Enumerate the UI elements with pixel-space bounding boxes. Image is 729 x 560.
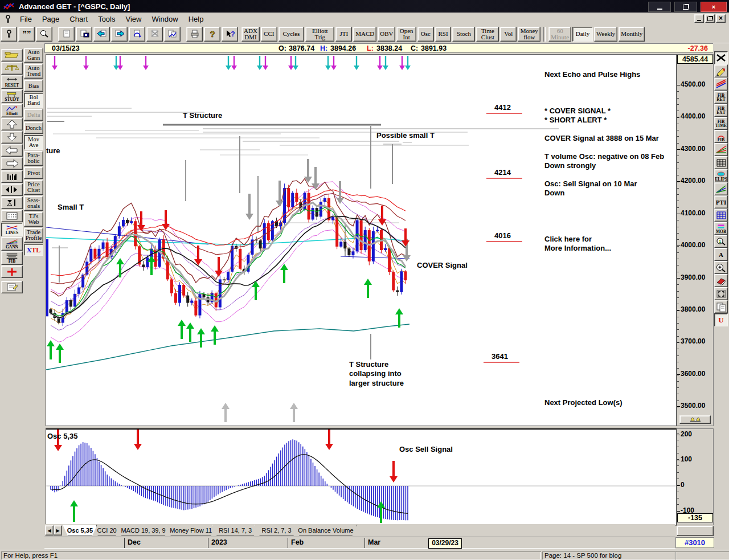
osc-axis-blank-button[interactable] bbox=[677, 526, 714, 536]
pin-button[interactable] bbox=[1, 27, 17, 42]
mdi-minimize-button[interactable] bbox=[694, 14, 704, 23]
find-value-button[interactable]: 1 bbox=[714, 235, 728, 248]
arrow-down-button[interactable] bbox=[1, 131, 23, 144]
sidebar-study-auto-gann[interactable]: Auto Gann bbox=[24, 48, 43, 63]
lines-button[interactable]: LINES bbox=[1, 223, 23, 236]
indicator-scales-button[interactable] bbox=[1, 62, 23, 75]
study-button-money[interactable]: Money flow bbox=[518, 27, 540, 42]
next-page-button[interactable] bbox=[111, 27, 128, 42]
oscillator-panel[interactable]: Osc 5,35Osc Sell SignalOsc Buy Signal bbox=[46, 428, 677, 526]
tab-cci-20[interactable]: CCI 20 bbox=[93, 525, 121, 536]
menu-page[interactable]: Page bbox=[37, 14, 64, 24]
menu-tools[interactable]: Tools bbox=[93, 14, 120, 24]
close-button[interactable]: × bbox=[701, 2, 727, 12]
end-date-box[interactable]: 03/29/23 bbox=[428, 538, 462, 549]
study-button-jti[interactable]: JTI bbox=[335, 27, 352, 42]
study-button-macd[interactable]: MACD bbox=[353, 27, 376, 42]
sidebar-study-auto-trend[interactable]: Auto Trend bbox=[24, 64, 43, 79]
fib-retracement-button[interactable]: FIB RET bbox=[714, 91, 728, 104]
grid-blue-button[interactable] bbox=[714, 209, 728, 222]
notes-button[interactable] bbox=[1, 281, 23, 293]
period-button-60-minute[interactable]: 60 Minute bbox=[548, 27, 571, 42]
help-button[interactable]: ? bbox=[204, 27, 220, 42]
print-button[interactable] bbox=[186, 27, 203, 42]
search-button[interactable] bbox=[36, 27, 52, 42]
study-button-vol[interactable]: Vol bbox=[500, 27, 517, 42]
delete-page-button[interactable] bbox=[146, 27, 163, 42]
fib-time-button[interactable]: FIB TIME bbox=[714, 117, 728, 130]
open-folder-button[interactable] bbox=[1, 49, 23, 62]
fib-arc-button[interactable]: FIB bbox=[714, 130, 728, 143]
sidebar-study-seas--onals[interactable]: Seas- onals bbox=[24, 196, 43, 211]
study-button-cycles[interactable]: Cycles bbox=[279, 27, 305, 42]
sidebar-study-xtl[interactable]: XTL bbox=[24, 244, 43, 256]
chart-document-icon[interactable] bbox=[3, 14, 13, 23]
sidebar-study-tj's-web[interactable]: TJ's Web bbox=[24, 212, 43, 227]
select-x-button[interactable] bbox=[714, 51, 728, 64]
text-tool-button[interactable]: A bbox=[714, 248, 728, 261]
bar-compress-button[interactable] bbox=[1, 170, 23, 183]
prev-page-button[interactable] bbox=[93, 27, 110, 42]
more-info-link[interactable]: Click here for bbox=[544, 235, 592, 243]
zoom-in-button[interactable] bbox=[714, 261, 728, 274]
period-button-daily[interactable]: Daily bbox=[572, 27, 593, 42]
restore-button[interactable] bbox=[674, 2, 697, 12]
fan-lines-button[interactable] bbox=[714, 143, 728, 156]
reload-page-button[interactable] bbox=[129, 27, 145, 42]
oscillator-axis[interactable]: 2001000-100 -135 bbox=[677, 428, 714, 525]
study-button-adx[interactable]: ADX DMI bbox=[241, 27, 260, 42]
arrow-up-button[interactable] bbox=[1, 118, 23, 130]
sidebar-study-pivot[interactable]: Pivot bbox=[24, 167, 43, 179]
alerts-bell-button[interactable] bbox=[679, 415, 711, 424]
mdi-close-button[interactable]: × bbox=[716, 14, 726, 23]
tab-money-flow-11[interactable]: Money Flow 11 bbox=[166, 525, 216, 536]
sidebar-study-donch[interactable]: Donch bbox=[24, 122, 43, 134]
period-button-weekly[interactable]: Weekly bbox=[594, 27, 617, 42]
eraser-button[interactable] bbox=[714, 274, 728, 287]
study-button-osc[interactable]: Osc bbox=[417, 27, 434, 42]
quote-marks-button[interactable]: ”” bbox=[18, 27, 35, 42]
menu-view[interactable]: View bbox=[120, 14, 146, 24]
pencil-button[interactable] bbox=[714, 64, 728, 77]
mob-button[interactable]: MOB bbox=[714, 222, 728, 235]
context-help-button[interactable]: ? bbox=[222, 27, 238, 42]
bar-step-button[interactable] bbox=[1, 183, 23, 196]
ellipse-button[interactable]: ELIPS bbox=[714, 169, 728, 182]
study-button-obv[interactable]: OBV bbox=[378, 27, 395, 42]
menu-file[interactable]: File bbox=[15, 14, 37, 24]
sidebar-study-mov-ave[interactable]: Mov Ave bbox=[24, 135, 43, 150]
parallel-lines-button[interactable] bbox=[714, 77, 728, 91]
tab-macd-19-39-9[interactable]: MACD 19, 39, 9 bbox=[116, 525, 170, 536]
arrow-right-button[interactable] bbox=[1, 157, 23, 170]
grid-dots-button[interactable] bbox=[1, 210, 23, 222]
study-button-time[interactable]: Time Clust bbox=[476, 27, 499, 42]
sidebar-study-price-clust[interactable]: Price Clust bbox=[24, 180, 43, 195]
menu-help[interactable]: Help bbox=[183, 14, 209, 24]
sidebar-study-delta[interactable]: Delta bbox=[24, 109, 43, 121]
study-button-open[interactable]: Open Int bbox=[396, 27, 416, 42]
pitchfork-button[interactable] bbox=[714, 182, 728, 195]
tab-rsi-14-7-3[interactable]: RSI 14, 7, 3 bbox=[212, 525, 259, 536]
period-button-monthly[interactable]: Monthly bbox=[619, 27, 645, 42]
menu-window[interactable]: Window bbox=[146, 14, 183, 24]
study-button-elliott[interactable]: Elliott Trig bbox=[305, 27, 334, 42]
more-info-link[interactable]: More Information... bbox=[544, 244, 611, 252]
study-button-stoch[interactable]: Stoch bbox=[452, 27, 475, 42]
sidebar-study-bias[interactable]: Bias bbox=[24, 80, 43, 92]
crosshair-plus-button[interactable] bbox=[1, 265, 23, 278]
shuffle-pages-button[interactable] bbox=[164, 27, 181, 42]
split-screen-button[interactable] bbox=[1, 197, 23, 209]
sidebar-study-trade-profile[interactable]: Trade Profile bbox=[24, 228, 43, 243]
study-button-cci[interactable]: CCI bbox=[261, 27, 277, 42]
tab-rsi-2-7-3[interactable]: RSI 2, 7, 3 bbox=[255, 525, 299, 536]
price-axis[interactable]: 4585.44 4500.004400.004300.004200.004100… bbox=[677, 54, 714, 426]
sidebar-study-para--bolic[interactable]: Para- bolic bbox=[24, 151, 43, 166]
sidebar-study-bol-band[interactable]: Bol Band bbox=[24, 93, 43, 108]
fib-extension-button[interactable]: FIB EXT bbox=[714, 104, 728, 117]
date-axis[interactable]: Dec2023FebMar 03/29/23 bbox=[44, 537, 675, 549]
save-page-button[interactable] bbox=[76, 27, 92, 42]
tab-scroll-right-button[interactable]: ▶ bbox=[54, 525, 62, 536]
menu-chart[interactable]: Chart bbox=[64, 14, 93, 24]
study-button[interactable]: STUDY bbox=[1, 89, 23, 103]
copy-pages-button[interactable] bbox=[714, 300, 728, 313]
